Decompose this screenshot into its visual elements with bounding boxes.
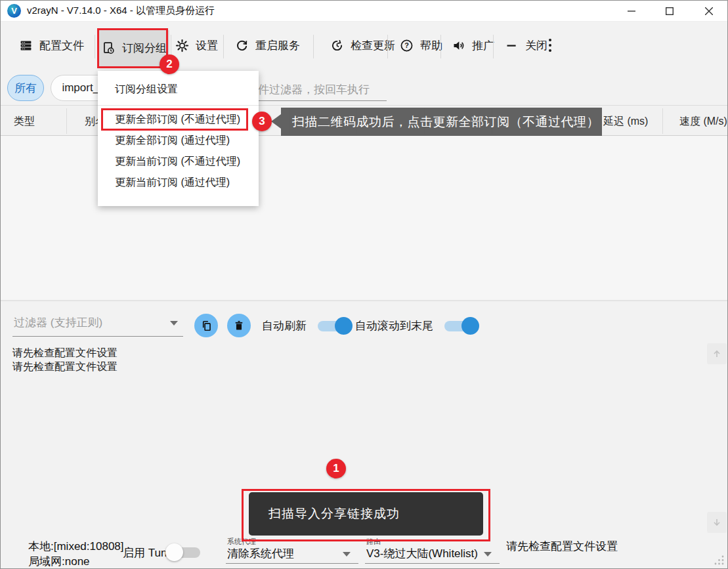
toolbar-promotion-button[interactable]: 推广 [452,26,494,65]
splitter[interactable] [1,300,728,301]
kebab-menu-icon [547,37,553,53]
settings-icon [175,39,189,53]
subscription-group-menu: 订阅分组设置 更新全部订阅 (不通过代理) 更新全部订阅 (通过代理) 更新当前… [98,71,259,206]
promotion-icon [452,39,465,53]
column-header-delay[interactable]: 延迟 (ms) [603,106,648,137]
minimize-button[interactable] [620,1,643,21]
help-icon: ? [400,39,414,53]
chevron-down-icon [343,552,351,557]
annotation-badge-3: 3 [252,112,272,131]
server-filter-input[interactable]: 件过滤器，按回车执行 [258,82,370,97]
toolbar-profiles-button[interactable]: 配置文件 [19,26,84,65]
toolbar-close-button[interactable]: 关闭 [505,26,547,65]
close-button[interactable] [698,1,720,21]
chevron-down-icon [170,321,178,326]
log-message: 请先检查配置文件设置 [12,347,118,360]
close-icon [705,7,713,15]
check-update-icon [330,39,344,53]
svg-text:?: ? [404,41,409,49]
maximize-icon [666,7,674,15]
resize-grip-icon [714,555,725,566]
lan-listen-info: 局域网:none [28,554,90,569]
toolbar-settings-label: 设置 [196,38,218,53]
log-filter-input[interactable]: 过滤器 (支持正则) [14,315,102,330]
system-proxy-select[interactable]: 清除系统代理 [227,546,294,561]
toolbar-more-button[interactable] [547,26,553,65]
toolbar-divider [95,35,95,58]
toolbar-help-label: 帮助 [420,38,442,53]
toolbar-restart-service-label: 重启服务 [255,38,300,53]
arrow-up-icon [712,348,722,359]
tab-all-label: 所有 [14,81,37,96]
menu-item-update-current-no-proxy[interactable]: 更新当前订阅 (不通过代理) [98,151,259,172]
v2rayn-window: V v2rayN - V7.14.0 - X64 - 以管理员身份运行 配置文件… [0,0,728,569]
resize-grip[interactable] [714,555,725,568]
profiles-icon [19,39,33,53]
toggle-thumb [165,543,183,561]
scroll-to-bottom-button[interactable] [707,512,727,533]
routing-underline [365,563,500,564]
window-title: v2rayN - V7.14.0 - X64 - 以管理员身份运行 [27,5,215,17]
log-filter-underline [12,336,183,337]
maximize-button[interactable] [658,1,681,21]
toggle-thumb [335,317,353,335]
toolbar-restart-service-button[interactable]: 重启服务 [235,26,300,65]
auto-refresh-label: 自动刷新 [262,318,307,333]
toolbar-profiles-label: 配置文件 [39,38,84,53]
server-filter-underline [258,100,387,101]
chevron-down-icon [484,552,492,557]
scroll-to-top-button[interactable] [707,343,727,364]
menu-item-update-current-via-proxy[interactable]: 更新当前订阅 (通过代理) [98,172,259,193]
routing-select[interactable]: V3-绕过大陆(Whitelist) [366,546,478,561]
column-header-speed[interactable]: 速度 (M/s) [679,106,727,137]
toolbar-check-update-label: 检查更新 [351,38,395,53]
toolbar-divider [387,35,388,58]
toolbar-close-label: 关闭 [525,38,547,53]
restart-service-icon [235,39,249,53]
annotation-rect-update-all-item [101,108,248,131]
copy-icon [200,320,213,332]
statusbar-message: 请先检查配置文件设置 [506,539,618,554]
app-logo-icon: V [7,4,21,18]
title-bar: V v2rayN - V7.14.0 - X64 - 以管理员身份运行 [1,1,727,22]
toolbar-divider [440,35,441,58]
column-divider [662,108,663,134]
minimize-icon [628,7,635,15]
system-proxy-underline [226,563,358,564]
trash-icon [233,320,245,331]
toggle-thumb [461,317,479,335]
copy-log-button[interactable] [194,314,218,337]
toolbar-check-update-button[interactable]: 检查更新 [330,26,395,65]
menu-item-label: 订阅分组设置 [115,83,178,96]
menu-item-update-all-via-proxy[interactable]: 更新全部订阅 (通过代理) [98,130,259,151]
toolbar-promotion-label: 推广 [472,38,494,53]
step-tooltip: 扫描二维码成功后，点击更新全部订阅（不通过代理） [281,108,602,136]
enable-tun-label: 启用 Tun [123,545,167,560]
annotation-badge-1: 1 [326,459,346,478]
enable-tun-toggle[interactable] [167,543,200,561]
log-message: 请先检查配置文件设置 [12,360,118,374]
menu-separator [98,105,259,106]
auto-refresh-toggle[interactable] [318,316,351,335]
tooltip-arrow [271,114,281,129]
tab-all-subscriptions[interactable]: 所有 [7,75,44,101]
column-header-type[interactable]: 类型 [14,106,35,137]
toolbar-divider [223,35,224,58]
menu-item-label: 更新当前订阅 (通过代理) [115,176,230,190]
toolbar-divider [493,35,494,58]
minimize-window-icon [505,39,519,53]
menu-item-label: 更新全部订阅 (通过代理) [115,134,230,148]
annotation-rect-subscription-button [97,28,168,68]
auto-scroll-label: 自动滚动到末尾 [355,318,433,333]
annotation-rect-toast [242,489,490,541]
menu-item-label: 更新当前订阅 (不通过代理) [115,155,240,169]
toolbar-divider [313,35,314,58]
menu-item-subscription-settings[interactable]: 订阅分组设置 [98,75,259,104]
clear-log-button[interactable] [227,314,251,337]
annotation-badge-2: 2 [160,54,179,74]
auto-scroll-toggle[interactable] [444,316,477,335]
toolbar-settings-button[interactable]: 设置 [175,26,218,65]
toolbar-help-button[interactable]: ? 帮助 [400,26,442,65]
arrow-down-icon [712,517,722,528]
column-divider [66,108,67,134]
